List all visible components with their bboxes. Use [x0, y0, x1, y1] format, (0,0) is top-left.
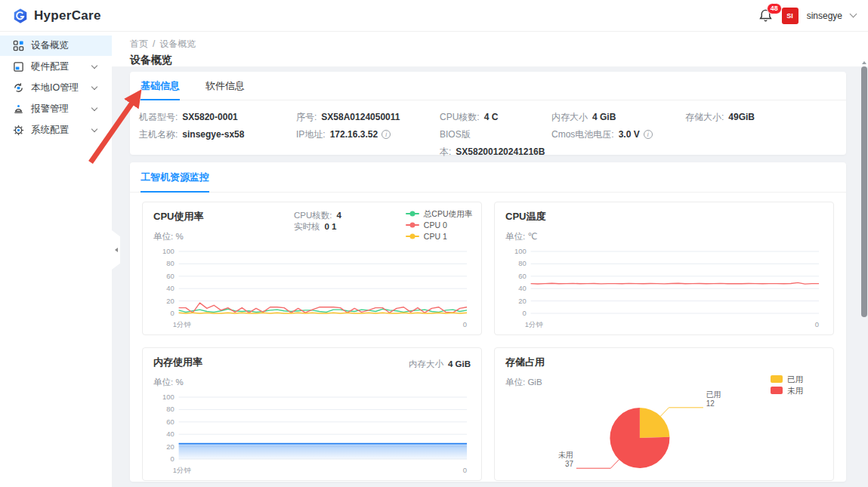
svg-text:60: 60	[166, 418, 174, 426]
info-row: 机器型号:SX5820-0001 序号:SX58A0124050011 CPU核…	[139, 109, 837, 126]
svg-text:0: 0	[815, 320, 819, 328]
main-content: 首页/设备概览 设备概览 基础信息 软件信息 机器型号:SX5820-0001 …	[112, 32, 868, 487]
info-icon[interactable]: i	[644, 130, 653, 139]
hostname-value: sinsegye-sx58	[182, 129, 244, 140]
svg-text:0: 0	[170, 455, 174, 463]
memory-size-value: 4 GiB	[592, 112, 616, 122]
breadcrumb: 首页/设备概览	[130, 38, 868, 51]
svg-text:12: 12	[706, 399, 715, 408]
breadcrumb-bar: 首页/设备概览 设备概览	[112, 32, 868, 66]
svg-text:已用: 已用	[706, 391, 721, 399]
chart-title: 存储占用	[505, 356, 823, 369]
sidebar-item-alarm-management[interactable]: 报警管理	[0, 99, 112, 119]
breadcrumb-home[interactable]: 首页	[130, 39, 148, 49]
tab-software-info[interactable]: 软件信息	[205, 72, 245, 100]
sidebar-item-label: 系统配置	[31, 124, 69, 137]
info-row: 主机名称:sinsegye-sx58 IP地址:172.16.3.52i BIO…	[139, 126, 837, 161]
svg-text:40: 40	[166, 284, 174, 292]
alarm-icon	[13, 103, 24, 115]
svg-text:80: 80	[518, 259, 526, 267]
collapse-left-icon	[115, 248, 118, 252]
app-title: HyperCare	[34, 8, 101, 23]
username[interactable]: sinsegye	[807, 11, 842, 21]
machine-model-value: SX5820-0001	[182, 112, 237, 122]
sidebar-item-device-overview[interactable]: 设备概览	[0, 35, 112, 56]
svg-text:未用: 未用	[558, 451, 573, 459]
sidebar-collapse-handle[interactable]	[112, 230, 120, 270]
app-window: HyperCare 48 SI sinsegye 设备概览	[0, 0, 868, 487]
sidebar-item-label: 设备概览	[31, 39, 69, 52]
sidebar-item-local-io[interactable]: 本地IO管理	[0, 78, 112, 98]
svg-text:0: 0	[463, 320, 467, 328]
sidebar-item-label: 硬件配置	[31, 60, 69, 73]
memory-usage-chart-panel: 内存使用率 内存大小4 GiB 单位: % 0204060801001分钟0	[142, 347, 482, 481]
svg-text:40: 40	[518, 284, 526, 292]
cmos-voltage-value: 3.0 V	[619, 129, 640, 140]
resource-monitor-card: 工智机资源监控 CPU使用率 CPU核数:4 实时核0 1 总CPU使用率CPU…	[130, 162, 846, 482]
sidebar: 设备概览 硬件配置 本地IO管理	[0, 32, 112, 487]
scrollbar[interactable]	[861, 66, 867, 487]
legend-item[interactable]: 未用	[771, 385, 803, 396]
svg-text:80: 80	[166, 405, 174, 413]
legend-item[interactable]: CPU 0	[406, 220, 472, 230]
breadcrumb-current: 设备概览	[159, 39, 196, 49]
page-title: 设备概览	[130, 54, 868, 67]
tab-basic-info[interactable]: 基础信息	[141, 72, 180, 100]
storage-pie-chart: 已用12未用37	[505, 391, 823, 483]
legend-item[interactable]: CPU 1	[406, 231, 472, 242]
legend-item[interactable]: 总CPU使用率	[406, 208, 472, 219]
storage-size-value: 49GiB	[728, 112, 755, 122]
cpu-cores-meta: CPU核数:4 实时核0 1	[294, 210, 341, 233]
bios-version-value: SX58200120241216B	[456, 146, 545, 157]
svg-text:60: 60	[166, 272, 174, 280]
chart-unit-label: 单位: ℃	[505, 231, 823, 242]
grid-icon	[13, 40, 24, 51]
avatar[interactable]: SI	[782, 8, 798, 24]
cpu-usage-chart-panel: CPU使用率 CPU核数:4 实时核0 1 总CPU使用率CPU 0CPU 1 …	[142, 202, 482, 335]
chart-title: CPU温度	[505, 210, 823, 223]
app-logo: HyperCare	[12, 8, 101, 24]
memory-size-meta: 内存大小4 GiB	[409, 359, 471, 370]
chart-legend: 总CPU使用率CPU 0CPU 1	[406, 208, 472, 242]
svg-text:37: 37	[565, 460, 573, 468]
svg-text:20: 20	[166, 442, 174, 451]
info-tabs: 基础信息 软件信息	[130, 72, 846, 100]
chevron-down-icon	[91, 84, 97, 90]
svg-text:100: 100	[514, 247, 527, 255]
cpu-temp-line-chart: 0204060801001分钟0	[505, 245, 823, 330]
info-icon[interactable]: i	[381, 130, 391, 139]
svg-text:20: 20	[518, 297, 526, 305]
chart-unit-label: 单位: %	[153, 377, 471, 388]
svg-text:1分钟: 1分钟	[173, 320, 191, 328]
device-info-card: 基础信息 软件信息 机器型号:SX5820-0001 序号:SX58A01240…	[130, 72, 846, 155]
top-bar: HyperCare 48 SI sinsegye	[0, 0, 868, 32]
chevron-down-icon	[91, 105, 97, 111]
sidebar-item-hardware-config[interactable]: 硬件配置	[0, 57, 112, 77]
hardware-icon	[13, 61, 24, 72]
sidebar-item-system-config[interactable]: 系统配置	[0, 120, 112, 140]
chevron-down-icon[interactable]	[850, 11, 857, 18]
legend-item[interactable]: 已用	[771, 374, 803, 384]
ip-address-value: 172.16.3.52	[330, 129, 378, 140]
storage-usage-chart-panel: 存储占用 已用未用 单位: GiB 已用12未用37	[494, 347, 834, 481]
notification-bell-button[interactable]: 48	[758, 8, 774, 23]
cpu-temp-chart-panel: CPU温度 单位: ℃ 0204060801001分钟0	[494, 202, 834, 335]
chevron-down-icon	[91, 126, 97, 132]
monitor-tabs: 工智机资源监控	[130, 162, 846, 193]
io-sync-icon	[13, 82, 24, 94]
gear-icon	[13, 125, 24, 136]
svg-text:0: 0	[522, 309, 526, 317]
scrollbar-thumb[interactable]	[861, 66, 867, 317]
svg-text:0: 0	[463, 466, 467, 474]
memory-usage-area-chart: 0204060801001分钟0	[153, 391, 471, 476]
hypercare-logo-icon	[12, 8, 29, 24]
svg-text:0: 0	[170, 309, 174, 317]
chart-legend: 已用未用	[771, 374, 803, 396]
svg-text:100: 100	[162, 247, 175, 255]
svg-text:1分钟: 1分钟	[173, 466, 191, 474]
cpu-cores-value: 4 C	[484, 112, 499, 122]
svg-text:40: 40	[166, 430, 174, 438]
scrollbar-up-arrow[interactable]	[862, 61, 866, 64]
tab-resource-monitor[interactable]: 工智机资源监控	[141, 162, 209, 192]
cpu-usage-line-chart: 0204060801001分钟0	[153, 245, 471, 330]
